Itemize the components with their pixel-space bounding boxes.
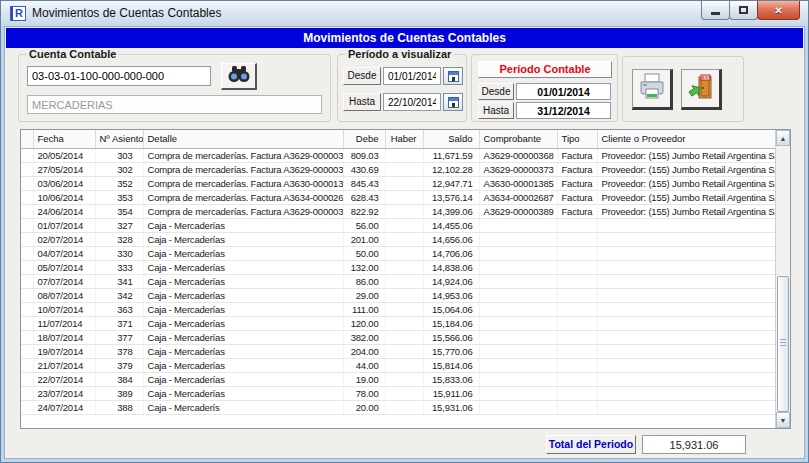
row-selector-cell bbox=[21, 330, 33, 344]
desde-button[interactable]: Desde bbox=[343, 67, 381, 85]
close-button[interactable]: ✕ bbox=[757, 1, 800, 20]
row-selector-cell bbox=[21, 288, 33, 302]
column-header-saldo[interactable]: Saldo bbox=[423, 130, 479, 148]
total-periodo-button[interactable]: Total del Periodo bbox=[546, 435, 636, 454]
cell-debe: 50.00 bbox=[343, 246, 385, 260]
cell-fecha: 02/07/2014 bbox=[33, 232, 95, 246]
cell-asiento: 363 bbox=[95, 302, 143, 316]
cell-comprobante bbox=[479, 246, 557, 260]
cell-detalle: Compra de mercaderías. Factura A3630-000… bbox=[143, 176, 343, 190]
cell-asiento: 341 bbox=[95, 274, 143, 288]
table-row[interactable]: 07/07/2014 341 Caja - Mercaderías 86.00 … bbox=[21, 274, 775, 288]
cell-tipo: Factura bbox=[557, 176, 597, 190]
cell-haber bbox=[385, 288, 423, 302]
cell-comprobante bbox=[479, 316, 557, 330]
table-row[interactable]: 20/05/2014 303 Compra de mercaderías. Fa… bbox=[21, 148, 775, 162]
cell-debe: 204.00 bbox=[343, 344, 385, 358]
table-row[interactable]: 10/06/2014 353 Compra de mercaderías. Fa… bbox=[21, 190, 775, 204]
scrollbar-thumb[interactable] bbox=[777, 276, 789, 412]
cell-saldo: 14,838.06 bbox=[423, 260, 479, 274]
table-row[interactable]: 23/07/2014 389 Caja - Mercaderías 78.00 … bbox=[21, 386, 775, 400]
cell-fecha: 07/07/2014 bbox=[33, 274, 95, 288]
column-header-comprobante[interactable]: Comprobante bbox=[479, 130, 557, 148]
cell-asiento: 354 bbox=[95, 204, 143, 218]
cell-debe: 430.69 bbox=[343, 162, 385, 176]
table-row[interactable]: 19/07/2014 378 Caja - Mercaderías 204.00… bbox=[21, 344, 775, 358]
cell-saldo: 12,947.71 bbox=[423, 176, 479, 190]
print-button[interactable] bbox=[632, 69, 673, 110]
maximize-button[interactable] bbox=[729, 1, 758, 20]
cell-saldo: 15,064.06 bbox=[423, 302, 479, 316]
scroll-up-button[interactable]: ▲ bbox=[776, 130, 790, 146]
cell-comprobante bbox=[479, 330, 557, 344]
cell-asiento: 353 bbox=[95, 190, 143, 204]
cell-detalle: Caja - Mercaderís bbox=[143, 400, 343, 414]
hasta-calendar-button[interactable] bbox=[443, 93, 463, 111]
cell-debe: 382.00 bbox=[343, 330, 385, 344]
table-row[interactable]: 08/07/2014 342 Caja - Mercaderías 29.00 … bbox=[21, 288, 775, 302]
column-header-debe[interactable]: Debe bbox=[343, 130, 385, 148]
column-header-detalle[interactable]: Detalle bbox=[143, 130, 343, 148]
hasta-button[interactable]: Hasta bbox=[343, 93, 381, 111]
cell-fecha: 10/07/2014 bbox=[33, 302, 95, 316]
column-header-tipo[interactable]: Tipo bbox=[557, 130, 597, 148]
minimize-button[interactable] bbox=[701, 1, 730, 20]
table-row[interactable]: 27/05/2014 302 Compra de mercaderías. Fa… bbox=[21, 162, 775, 176]
cell-tipo: Factura bbox=[557, 204, 597, 218]
cell-comprobante: A3629-00000373 bbox=[479, 162, 557, 176]
column-header-cliente[interactable]: Cliente o Proveedor bbox=[597, 130, 775, 148]
cell-tipo bbox=[557, 386, 597, 400]
cuenta-codigo-input[interactable] bbox=[27, 66, 211, 86]
cell-fecha: 11/07/2014 bbox=[33, 316, 95, 330]
group-periodo-visualizar: Período a visualizar Desde Hasta bbox=[337, 54, 467, 122]
cell-saldo: 14,706.06 bbox=[423, 246, 479, 260]
table-row[interactable]: 18/07/2014 377 Caja - Mercaderías 382.00… bbox=[21, 330, 775, 344]
cell-tipo bbox=[557, 274, 597, 288]
cell-debe: 20.00 bbox=[343, 400, 385, 414]
cell-cliente bbox=[597, 274, 775, 288]
cell-detalle: Caja - Mercaderías bbox=[143, 372, 343, 386]
cell-cliente bbox=[597, 372, 775, 386]
column-header-haber[interactable]: Haber bbox=[385, 130, 423, 148]
cell-tipo bbox=[557, 246, 597, 260]
desde-date-input[interactable] bbox=[383, 67, 441, 85]
printer-icon bbox=[637, 73, 667, 105]
table-row[interactable]: 02/07/2014 328 Caja - Mercaderías 201.00… bbox=[21, 232, 775, 246]
cell-cliente: Proveedor: (155) Jumbo Retail Argentina … bbox=[597, 148, 775, 162]
desde-calendar-button[interactable] bbox=[443, 67, 463, 85]
table-row[interactable]: 04/07/2014 330 Caja - Mercaderías 50.00 … bbox=[21, 246, 775, 260]
hasta-date-input[interactable] bbox=[383, 93, 441, 111]
table-row[interactable]: 10/07/2014 363 Caja - Mercaderías 111.00… bbox=[21, 302, 775, 316]
cell-cliente: Proveedor: (155) Jumbo Retail Argentina … bbox=[597, 176, 775, 190]
cell-comprobante bbox=[479, 400, 557, 414]
cell-debe: 19.00 bbox=[343, 372, 385, 386]
vertical-scrollbar[interactable]: ▲ ▼ bbox=[775, 130, 790, 428]
table-row[interactable]: 03/06/2014 352 Compra de mercaderías. Fa… bbox=[21, 176, 775, 190]
cell-cliente bbox=[597, 330, 775, 344]
table-row[interactable]: 21/07/2014 379 Caja - Mercaderías 44.00 … bbox=[21, 358, 775, 372]
table-row[interactable]: 24/06/2014 354 Compra de mercaderías. Fa… bbox=[21, 204, 775, 218]
table-row[interactable]: 22/07/2014 384 Caja - Mercaderías 19.00 … bbox=[21, 372, 775, 386]
buscar-cuenta-button[interactable] bbox=[221, 63, 257, 90]
cell-cliente bbox=[597, 232, 775, 246]
cell-comprobante bbox=[479, 358, 557, 372]
cell-fecha: 18/07/2014 bbox=[33, 330, 95, 344]
group-actions: EXIT bbox=[622, 56, 744, 122]
cell-asiento: 328 bbox=[95, 232, 143, 246]
table-row[interactable]: 11/07/2014 371 Caja - Mercaderías 120.00… bbox=[21, 316, 775, 330]
table-row[interactable]: 24/07/2014 388 Caja - Mercaderís 20.00 1… bbox=[21, 400, 775, 414]
cell-cliente bbox=[597, 288, 775, 302]
column-header-fecha[interactable]: Fecha bbox=[33, 130, 95, 148]
cell-comprobante bbox=[479, 344, 557, 358]
group-cuenta-contable: Cuenta Contable bbox=[18, 54, 331, 122]
close-icon: ✕ bbox=[774, 5, 782, 16]
exit-button[interactable]: EXIT bbox=[681, 69, 722, 110]
table-header-row: Fecha Nº Asiento Detalle Debe Haber Sald… bbox=[21, 130, 775, 148]
table-row[interactable]: 01/07/2014 327 Caja - Mercaderías 56.00 … bbox=[21, 218, 775, 232]
cell-haber bbox=[385, 302, 423, 316]
cell-asiento: 333 bbox=[95, 260, 143, 274]
table-row[interactable]: 05/07/2014 333 Caja - Mercaderías 132.00… bbox=[21, 260, 775, 274]
scroll-down-button[interactable]: ▼ bbox=[776, 412, 790, 428]
cell-fecha: 27/05/2014 bbox=[33, 162, 95, 176]
column-header-asiento[interactable]: Nº Asiento bbox=[95, 130, 143, 148]
